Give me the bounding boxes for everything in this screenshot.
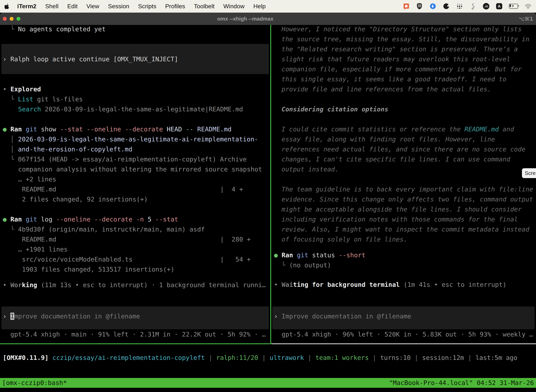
terminal-text-segment	[193, 126, 197, 133]
terminal-text-segment: Ran	[282, 252, 293, 259]
tmux-session-label: [omx-cczip0:bash*	[2, 378, 67, 388]
terminal-text-segment: [OMX#0.11.9]	[3, 354, 48, 361]
terminal-line: src/voice/voiceModeEnabled.ts | 54 +	[22, 254, 251, 264]
menu-item-session[interactable]: Session	[108, 3, 129, 10]
terminal-text-segment	[182, 126, 186, 133]
terminal-text-segment: turns:10	[380, 354, 411, 361]
terminal-text-segment	[464, 354, 468, 361]
terminal-text-segment: evidence. Since this change only affects…	[282, 196, 533, 203]
terminal-text-segment	[132, 216, 136, 223]
terminal-line: ● Ran git show --stat --oneline --decora…	[3, 124, 232, 134]
shield-grid-icon[interactable]	[416, 3, 423, 10]
terminal-line: README.md | 4 +	[22, 184, 243, 194]
screen-share-overlay[interactable]: Scre	[522, 168, 536, 178]
terminal-text-segment: including verification notes with those …	[282, 216, 518, 223]
terminal-text-segment	[376, 354, 380, 361]
terminal-text-segment: references need actual files, and since …	[282, 146, 526, 153]
terminal-text-segment	[258, 354, 262, 361]
terminal-text-segment	[472, 354, 475, 361]
terminal-line: the "Related research writing" section i…	[282, 44, 518, 54]
terminal-text-segment: ›	[3, 313, 10, 320]
minimize-button[interactable]	[10, 17, 14, 21]
terminal-text-segment: HEAD	[167, 126, 182, 133]
menu-item-iterm2[interactable]: iTerm2	[17, 3, 36, 10]
terminal-text-segment: ●	[3, 216, 10, 223]
terminal-line: › Improve documentation in @filename	[3, 311, 140, 321]
dots-grid-icon[interactable]	[456, 3, 463, 10]
terminal-line: 2 files changed, 92 insertions(+)	[22, 194, 148, 204]
battery-fill	[510, 5, 511, 7]
terminal-text-segment: (no output)	[289, 261, 331, 269]
terminal-line: › Ralph loop active continue [OMX_TMUX_I…	[3, 54, 178, 64]
menu-item-profiles[interactable]: Profiles	[165, 3, 185, 10]
menu-item-window[interactable]: Window	[223, 3, 245, 10]
wifi-icon[interactable]	[525, 3, 531, 10]
lightning-circle-icon[interactable]	[429, 3, 436, 10]
terminal-text-segment	[22, 216, 26, 223]
terminal-text-segment: |	[262, 354, 266, 361]
terminal-text-segment: --oneline	[87, 126, 121, 133]
traffic-lights	[3, 13, 20, 25]
terminal-text-segment: Explored	[10, 85, 41, 93]
terminal-text-segment: └	[10, 96, 18, 103]
terminal-text-segment: (11m 13s • esc to interrupt) · 1 backgro…	[37, 281, 266, 289]
terminal-text-segment: ●	[3, 126, 10, 133]
terminal-text-segment: git	[26, 216, 37, 223]
terminal-line: • Explored	[3, 84, 41, 94]
terminal-text-segment: Ran	[10, 216, 22, 223]
terminal-text-segment: 2026-03-09-is-legal-the-same-as-legitima…	[41, 106, 243, 113]
terminal-text-segment: ›	[274, 313, 282, 320]
terminal-text-segment: └	[10, 226, 18, 233]
terminal-text-segment: --	[186, 126, 193, 133]
terminal-line: • Working (11m 13s • esc to interrupt) ·…	[3, 280, 266, 290]
terminal-text-segment: the source tree, missing the essay. Stil…	[282, 36, 529, 43]
terminal-text-segment: └	[10, 156, 18, 163]
menu-item-view[interactable]: View	[86, 3, 99, 10]
terminal-text-segment: 067f154 (HEAD -> essay/ai-reimplementati…	[18, 156, 247, 163]
terminal-line: changes, I can't cite specific file line…	[282, 154, 510, 164]
close-button[interactable]	[3, 17, 7, 21]
terminal-line: └ 4b9d30f (origin/main, instructkr/main,…	[10, 224, 205, 234]
hook-icon[interactable]	[469, 3, 476, 10]
badge-61-icon[interactable]: ..61	[483, 3, 489, 9]
terminal-text-segment	[163, 126, 167, 133]
menu-item-shell[interactable]: Shell	[45, 3, 58, 10]
terminal-line: └ 067f154 (HEAD -> essay/ai-reimplementa…	[10, 154, 247, 164]
terminal-text-segment: src/voice/voiceModeEnabled.ts | 54 +	[22, 256, 251, 263]
menu-item-toolbelt[interactable]: Toolbelt	[194, 3, 215, 10]
letter-a-icon[interactable]: A	[496, 3, 502, 9]
status-icons: ..61 A	[403, 3, 531, 10]
terminal-text-segment: |	[209, 354, 212, 361]
terminal-line: companion file, especially if more comme…	[282, 64, 522, 74]
terminal-text-segment: ralph:11/20	[216, 354, 258, 361]
terminal-line: slight risk that future readers may over…	[282, 54, 510, 64]
menu-item-edit[interactable]: Edit	[67, 3, 78, 10]
terminal-text-segment: … +2 lines	[18, 176, 56, 183]
apple-logo-icon[interactable]	[5, 3, 10, 9]
chat-icon[interactable]	[403, 3, 409, 10]
terminal-text-segment: --stat	[60, 126, 83, 133]
terminal-line: ● Ran git status --short	[274, 250, 365, 260]
terminal-text-segment: 5	[144, 216, 155, 223]
terminal-line: evidence. Since this change only affects…	[282, 194, 533, 204]
terminal-text-segment: README.md	[197, 126, 232, 133]
pie-chart-icon[interactable]	[443, 3, 450, 10]
terminal-line: │ 2026-03-09-is-legal-the-same-as-legiti…	[10, 134, 258, 144]
battery-icon[interactable]	[509, 4, 518, 9]
menu-item-scripts[interactable]: Scripts	[138, 3, 156, 10]
terminal-line: companion analysis without altering the …	[18, 164, 262, 174]
zoom-button[interactable]	[17, 17, 20, 21]
terminal-text-segment: --decorate	[125, 126, 163, 133]
terminal-line: I could cite commit statistics or refere…	[282, 124, 514, 134]
terminal-text-segment: ting for background terminal	[293, 281, 400, 288]
terminal-text-segment	[266, 354, 270, 361]
terminal-text-segment: |	[373, 354, 377, 361]
screen: { "menu_bar": { "menus": ["iTerm2", "She…	[0, 0, 536, 392]
terminal-text-segment: 1903 files changed, 513517 insertions(+)	[22, 266, 174, 273]
pane-divider[interactable]	[270, 25, 271, 344]
terminal-line: └ No agents completed yet	[10, 24, 106, 34]
terminal-line: output instead.	[282, 164, 339, 174]
terminal-text-segment: log	[37, 216, 56, 223]
terminal-text-segment: ●	[274, 252, 282, 259]
menu-item-help[interactable]: Help	[254, 3, 266, 10]
